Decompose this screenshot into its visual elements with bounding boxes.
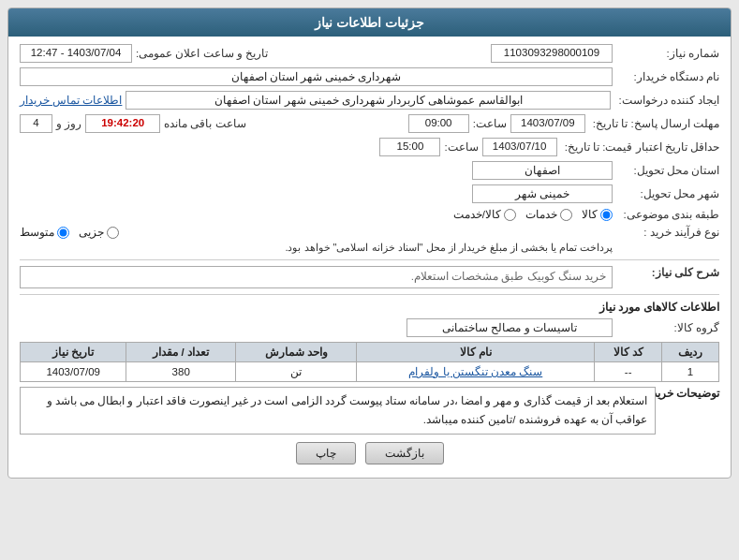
col-tarikh: تاریخ نیاز bbox=[21, 343, 126, 362]
mande-label: ساعت باقی مانده bbox=[164, 117, 245, 130]
shahr-label: شهر محل تحویل: bbox=[616, 187, 719, 200]
radio-jozee[interactable]: جزیی bbox=[79, 226, 119, 239]
notes-value: استعلام بعد از قیمت گذاری و مهر و امضا ،… bbox=[20, 387, 656, 435]
ijadkonande-label: ایجاد کننده درخواست: bbox=[614, 94, 719, 107]
notes-label: توضیحات خریدار: bbox=[659, 387, 719, 400]
tarikhSaat-value: 1403/07/04 - 12:47 bbox=[20, 44, 132, 63]
table-row: 1--سنگ معدن تنگستن یا ولفرامتن3801403/07… bbox=[21, 362, 719, 382]
col-name: نام کالا bbox=[357, 343, 595, 362]
radio-kala-khadamat[interactable]: کالا/خدمت bbox=[453, 208, 516, 221]
cell-tarikh: 1403/07/09 bbox=[21, 362, 126, 382]
groupKala-label: گروه کالا: bbox=[616, 321, 719, 334]
col-vahed: واحد شمارش bbox=[236, 343, 357, 362]
date2-value: 1403/07/10 bbox=[482, 138, 557, 156]
hadaksar-label: حداقل تاریخ اعتبار قیمت: تا تاریخ: bbox=[561, 140, 719, 154]
noeFarayand-label: نوع فرآیند خرید : bbox=[616, 226, 719, 239]
etelaat-link[interactable]: اطلاعات تماس خریدار bbox=[20, 94, 122, 107]
cell-vahed: تن bbox=[236, 362, 357, 382]
tabaghe-radio-group: کالا/خدمت خدمات کالا bbox=[453, 208, 613, 221]
sharhKoli-label: شرح کلی نیاز: bbox=[616, 266, 719, 279]
divider1 bbox=[20, 259, 719, 260]
mohlatErsal-label: مهلت ارسال پاسخ: تا تاریخ: bbox=[589, 117, 719, 130]
ostan-label: استان محل تحویل: bbox=[616, 164, 719, 177]
time2-value: 15:00 bbox=[379, 138, 440, 156]
shomareNiaz-label: شماره نیاز: bbox=[616, 47, 719, 60]
time1-label: ساعت: bbox=[473, 117, 507, 130]
cell-tedad: 380 bbox=[126, 362, 236, 382]
col-radif: ردیف bbox=[661, 343, 718, 362]
cell-kod: -- bbox=[595, 362, 661, 382]
noeFarayand-radio-group: متوسط جزیی bbox=[20, 226, 613, 239]
ettelaat-title: اطلاعات کالاهای مورد نیاز bbox=[20, 301, 719, 314]
date1-value: 1403/07/09 bbox=[510, 114, 585, 133]
page-title: جزئیات اطلاعات نیاز bbox=[8, 8, 731, 37]
radio-motavaset[interactable]: متوسط bbox=[20, 226, 69, 239]
ostan-value: اصفهان bbox=[472, 161, 613, 180]
noeFarayand-note: پرداخت تمام یا بخشی از مبلغ خریدار از مح… bbox=[20, 242, 613, 254]
col-kod: کد کالا bbox=[595, 343, 661, 362]
radio-khadamat[interactable]: خدمات bbox=[525, 208, 572, 221]
items-table: ردیف کد کالا نام کالا واحد شمارش تعداد /… bbox=[20, 342, 719, 382]
shahr-value: خمینی شهر bbox=[472, 184, 613, 203]
shomareNiaz-value: 1103093298000109 bbox=[491, 44, 613, 63]
time2-label: ساعت: bbox=[444, 140, 478, 154]
divider2 bbox=[20, 294, 719, 295]
cell-radif: 1 bbox=[661, 362, 718, 382]
groupKala-value: تاسیسات و مصالح ساختمانی bbox=[406, 318, 613, 337]
ijadkonande-value: ابوالقاسم عموشاهی کاربردار شهرداری خمینی… bbox=[126, 91, 611, 110]
radio-kala[interactable]: کالا bbox=[582, 208, 613, 221]
roz-label: روز و bbox=[56, 117, 81, 130]
back-button[interactable]: بازگشت bbox=[365, 442, 444, 464]
print-button[interactable]: چاپ bbox=[296, 442, 356, 464]
namedastgah-label: نام دستگاه خریدار: bbox=[616, 70, 719, 83]
sharhKoli-value: خرید سنگ کوبیک طبق مشخصات استعلام. bbox=[20, 266, 613, 288]
remaining-time: 19:42:20 bbox=[85, 114, 160, 133]
col-tedad: تعداد / مقدار bbox=[126, 343, 236, 362]
roz-value: 4 bbox=[20, 114, 52, 133]
tarikhSaat-label: تاریخ و ساعت اعلان عمومی: bbox=[136, 47, 268, 60]
footer-buttons: بازگشت چاپ bbox=[20, 442, 719, 470]
cell-name: سنگ معدن تنگستن یا ولفرام bbox=[357, 362, 595, 382]
tabaghe-label: طبقه بندی موضوعی: bbox=[616, 208, 719, 221]
time1-value: 09:00 bbox=[408, 114, 469, 133]
namedastgah-value: شهرداری خمینی شهر استان اصفهان bbox=[20, 67, 613, 86]
